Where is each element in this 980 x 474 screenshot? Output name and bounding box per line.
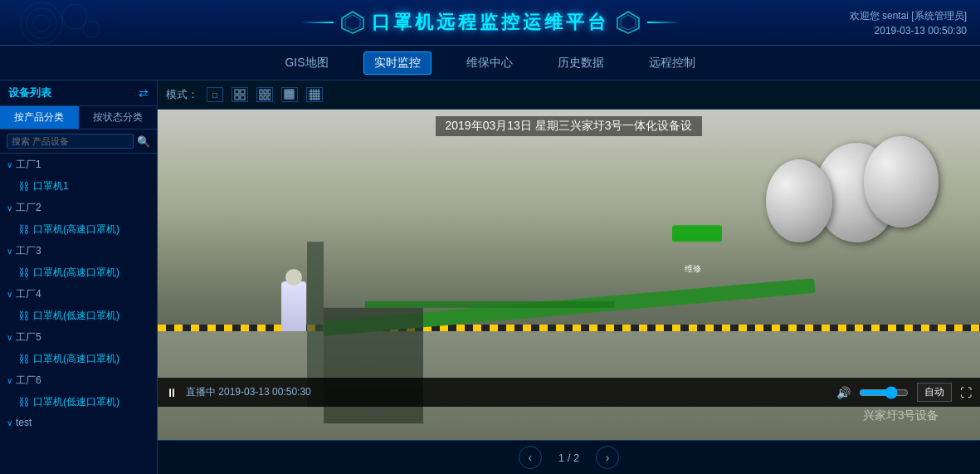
link-icon: ⛓: [18, 223, 29, 236]
pagination: ‹ 1 / 2 ›: [158, 440, 980, 474]
content-area: 模式： □: [158, 81, 980, 474]
header-icon-left: [340, 10, 365, 35]
device-factory2-1[interactable]: ⛓ 口罩机(高速口罩机): [0, 219, 157, 240]
svg-point-3: [62, 4, 87, 29]
svg-rect-17: [264, 95, 266, 100]
auto-button[interactable]: 自动: [917, 383, 952, 402]
factory-2-name[interactable]: ∨ 工厂2: [0, 197, 157, 219]
toolbar: 模式： □: [158, 81, 980, 110]
device-factory6-1[interactable]: ⛓ 口罩机(低速口罩机): [0, 392, 157, 413]
svg-rect-25: [290, 93, 291, 95]
mode-single[interactable]: □: [207, 87, 223, 102]
factory-test-label: test: [16, 417, 32, 428]
device-factory3-1-label: 口罩机(高速口罩机): [33, 266, 119, 280]
tab-by-status[interactable]: 按状态分类: [79, 106, 158, 129]
sidebar-title: 设备列表: [8, 86, 51, 100]
svg-rect-12: [241, 95, 245, 100]
factory-test-name[interactable]: ∨ test: [0, 413, 157, 432]
device-factory6-1-label: 口罩机(低速口罩机): [33, 395, 119, 409]
machine-roll-2: [766, 159, 832, 242]
chevron-icon: ∨: [7, 203, 12, 213]
factory-group-6: ∨ 工厂6 ⛓ 口罩机(低速口罩机): [0, 369, 157, 413]
svg-rect-10: [241, 90, 245, 94]
pause-button[interactable]: ⏸: [166, 386, 178, 399]
link-icon: ⛓: [18, 266, 29, 279]
app-title: 口罩机远程监控运维平台: [372, 10, 609, 35]
device-factory5-1[interactable]: ⛓ 口罩机(高速口罩机): [0, 349, 157, 369]
factory-5-label: 工厂5: [16, 330, 41, 345]
next-page-button[interactable]: ›: [596, 446, 619, 469]
volume-slider[interactable]: [859, 386, 909, 399]
sidebar-search: 🔍: [0, 129, 157, 154]
svg-rect-21: [290, 90, 291, 92]
header: 口罩机远程监控运维平台 欢迎您 sentai [系统管理员] 2019-03-1…: [0, 0, 980, 46]
factory-2-label: 工厂2: [16, 201, 41, 215]
nav-history[interactable]: 历史数据: [548, 52, 614, 74]
factory-3-name[interactable]: ∨ 工厂3: [0, 240, 157, 262]
nav-remote[interactable]: 远程控制: [639, 52, 705, 74]
mode-4x3[interactable]: [281, 87, 298, 102]
chevron-icon: ∨: [7, 376, 12, 385]
device-factory4-1-label: 口罩机(低速口罩机): [33, 309, 119, 323]
search-input[interactable]: [7, 134, 134, 149]
svg-rect-13: [260, 90, 262, 94]
tab-by-product[interactable]: 按产品分类: [0, 106, 79, 129]
factory-3-label: 工厂3: [16, 244, 41, 258]
link-icon: ⛓: [18, 353, 29, 365]
nav-maintenance[interactable]: 维保中心: [456, 52, 523, 74]
live-status-text: 直播中 2019-03-13 00:50:30: [186, 385, 311, 399]
svg-rect-30: [292, 96, 294, 99]
nav-gis[interactable]: GIS地图: [275, 52, 338, 74]
page-current: 1 / 2: [558, 452, 579, 464]
svg-rect-23: [285, 93, 286, 95]
chevron-icon: ∨: [7, 333, 12, 342]
video-overlay-text: 2019年03月13日 星期三兴家圩3号一体化设备设: [436, 116, 703, 136]
header-center: 口罩机远程监控运维平台: [300, 10, 680, 35]
factory-group-1: ∨ 工厂1 ⛓ 口罩机1: [0, 154, 157, 197]
factory-group-2: ∨ 工厂2 ⛓ 口罩机(高速口罩机): [0, 197, 157, 240]
header-icon-right: [616, 10, 641, 35]
device-factory2-1-label: 口罩机(高速口罩机): [33, 222, 119, 237]
factory-5-name[interactable]: ∨ 工厂5: [0, 326, 157, 349]
factory-group-3: ∨ 工厂3 ⛓ 口罩机(高速口罩机): [0, 240, 157, 283]
sidebar-tabs: 按产品分类 按状态分类: [0, 106, 157, 129]
svg-rect-18: [268, 95, 271, 100]
chevron-icon: ∨: [7, 247, 12, 256]
svg-rect-16: [260, 95, 262, 100]
factory-group-5: ∨ 工厂5 ⛓ 口罩机(高速口罩机): [0, 326, 157, 369]
mode-5x4[interactable]: [306, 87, 323, 102]
factory-4-name[interactable]: ∨ 工厂4: [0, 283, 157, 305]
link-icon: ⛓: [18, 310, 29, 322]
prev-page-button[interactable]: ‹: [519, 446, 542, 469]
nav-realtime[interactable]: 实时监控: [363, 51, 431, 75]
svg-rect-19: [285, 90, 286, 92]
factory-4-label: 工厂4: [16, 287, 41, 301]
device-factory1-1[interactable]: ⛓ 口罩机1: [0, 176, 157, 197]
video-controls: ⏸ 直播中 2019-03-13 00:50:30 🔊 自动 ⛶: [158, 378, 980, 407]
mode-2x2[interactable]: [232, 87, 248, 102]
fullscreen-button[interactable]: ⛶: [960, 386, 972, 399]
factory-6-name[interactable]: ∨ 工厂6: [0, 369, 157, 392]
svg-marker-8: [621, 15, 636, 30]
svg-rect-27: [285, 96, 286, 99]
swap-icon[interactable]: ⇄: [139, 86, 149, 100]
machine-roll-3: [864, 136, 939, 227]
mode-label: 模式：: [166, 87, 198, 102]
mode-3x2[interactable]: [256, 87, 273, 102]
svg-point-2: [33, 15, 50, 32]
device-factory4-1[interactable]: ⛓ 口罩机(低速口罩机): [0, 305, 157, 326]
svg-rect-14: [264, 90, 266, 94]
sidebar: 设备列表 ⇄ 按产品分类 按状态分类 🔍 ∨ 工厂1 ⛓ 口罩机1: [0, 81, 158, 474]
header-deco-left: [300, 22, 334, 23]
page-total-num: 2: [573, 452, 579, 464]
device-factory3-1[interactable]: ⛓ 口罩机(高速口罩机): [0, 262, 157, 283]
factory-1-name[interactable]: ∨ 工厂1: [0, 154, 157, 176]
search-icon[interactable]: 🔍: [137, 135, 150, 148]
video-watermark: 兴家圩3号设备: [863, 408, 939, 423]
svg-rect-26: [292, 93, 294, 95]
link-icon: ⛓: [18, 396, 29, 408]
main-layout: 设备列表 ⇄ 按产品分类 按状态分类 🔍 ∨ 工厂1 ⛓ 口罩机1: [0, 81, 980, 474]
svg-text:维修: 维修: [685, 264, 701, 273]
device-factory5-1-label: 口罩机(高速口罩机): [33, 352, 119, 366]
svg-rect-28: [287, 96, 289, 99]
